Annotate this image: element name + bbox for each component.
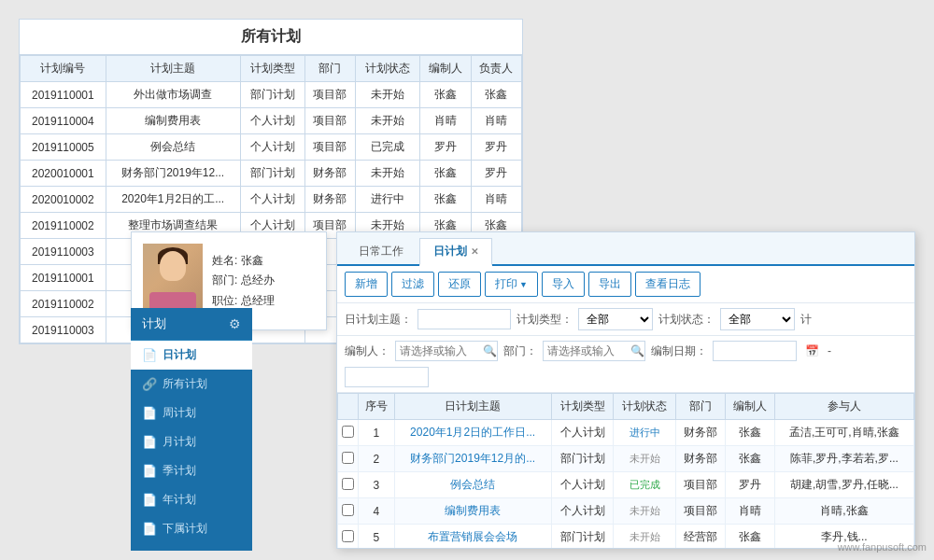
calendar-icon[interactable]: 📅 (802, 344, 822, 357)
sidebar-item-日计划[interactable]: 📄日计划 (131, 341, 252, 370)
sidebar-item-月计划[interactable]: 📄月计划 (131, 427, 252, 456)
bg-panel-title: 所有计划 (20, 20, 522, 55)
table-row: 3例会总结个人计划已完成项目部罗丹胡建,胡雪,罗丹,任晓... (338, 472, 914, 498)
title-label: 职位: (212, 294, 237, 307)
sidebar-item-label: 日计划 (163, 347, 196, 363)
plan-subject-link[interactable]: 2020年1月2日的工作日... (410, 426, 535, 439)
editor-filter-label: 编制人： (345, 343, 389, 359)
bg-table-header: 编制人 (420, 56, 471, 82)
打印-button[interactable]: 打印 ▼ (485, 272, 538, 297)
main-table-header: 序号 (359, 394, 395, 420)
avatar (143, 244, 203, 318)
bg-table-header: 负责人 (471, 56, 521, 82)
plan-subject-link[interactable]: 编制费用表 (445, 504, 501, 517)
main-panel: 日常工作日计划✕ 新增过滤还原打印 ▼导入导出查看日志 日计划主题： 计划类型：… (336, 231, 915, 549)
dept-filter-label: 部门： (503, 343, 537, 359)
name-value: 张鑫 (241, 254, 263, 267)
plan-subject-link[interactable]: 例会总结 (450, 478, 495, 491)
main-table-header: 编制人 (726, 394, 775, 420)
sidebar-header: 计划 ⚙ (131, 308, 252, 341)
status-badge: 未开始 (626, 529, 664, 545)
bg-table-header: 计划状态 (356, 56, 420, 82)
type-filter-select[interactable]: 全部 个人计划 部门计划 (578, 308, 653, 330)
sidebar-item-季计划[interactable]: 📄季计划 (131, 456, 252, 485)
status-filter-select[interactable]: 全部 未开始 进行中 已完成 (720, 308, 795, 330)
bg-table-header: 计划类型 (240, 56, 304, 82)
查看日志-button[interactable]: 查看日志 (635, 272, 700, 297)
row-checkbox[interactable] (342, 452, 354, 464)
sidebar-item-label: 下属计划 (163, 521, 207, 537)
bg-table-header: 计划主题 (106, 56, 240, 82)
plan-subject-link[interactable]: 布置营销展会会场 (428, 530, 517, 543)
过滤-button[interactable]: 过滤 (391, 272, 434, 297)
sidebar-item-周计划[interactable]: 📄周计划 (131, 399, 252, 427)
dropdown-caret: ▼ (519, 280, 528, 289)
table-row: 12020年1月2日的工作日...个人计划进行中财务部张鑫孟洁,王可可,肖晴,张… (338, 420, 914, 446)
user-name-row: 姓名: 张鑫 (212, 251, 275, 272)
editor-search-icon[interactable]: 🔍 (480, 344, 500, 357)
sidebar-icon: 📄 (142, 464, 157, 478)
plan-subject-link[interactable]: 财务部门2019年12月的... (410, 452, 535, 465)
bg-table-header: 计划编号 (21, 56, 106, 82)
dept-filter-wrap: 🔍 (543, 341, 645, 361)
sidebar-item-label: 季计划 (163, 463, 196, 479)
status-badge: 未开始 (626, 503, 664, 519)
table-row: 20200100022020年1月2日的工...个人计划财务部进行中张鑫肖晴 (21, 187, 522, 213)
main-table-header: 部门 (676, 394, 726, 420)
sidebar-icon: 📄 (142, 522, 157, 536)
row-checkbox[interactable] (342, 426, 354, 438)
table-row: 2020010001财务部门2019年12...部门计划财务部未开始张鑫罗丹 (21, 161, 522, 187)
sidebar-title: 计划 (142, 315, 166, 332)
main-table-header: 参与人 (774, 394, 913, 420)
新增-button[interactable]: 新增 (345, 272, 388, 297)
tab-bar: 日常工作日计划✕ (337, 232, 914, 266)
toolbar: 新增过滤还原打印 ▼导入导出查看日志 (337, 266, 914, 303)
type-filter-label: 计划类型： (517, 312, 573, 328)
plan-status-label: 计 (800, 312, 812, 328)
subject-filter-input[interactable] (417, 309, 511, 329)
date-filter-input[interactable] (713, 341, 797, 361)
sidebar-icon: 📄 (142, 348, 157, 362)
tab-close-icon[interactable]: ✕ (471, 246, 478, 257)
name-label: 姓名: (212, 254, 237, 267)
sidebar-item-label: 周计划 (163, 405, 196, 421)
date-filter-input-end[interactable] (345, 367, 429, 387)
date-filter-label: 编制日期： (651, 343, 707, 359)
editor-filter-wrap: 🔍 (395, 341, 498, 361)
sidebar-icon: 📄 (142, 493, 157, 507)
table-row: 2019110005例会总结个人计划项目部已完成罗丹罗丹 (21, 134, 522, 161)
row-checkbox[interactable] (342, 478, 354, 490)
user-info: 姓名: 张鑫 部门: 总经办 职位: 总经理 (212, 251, 275, 312)
editor-filter-input[interactable] (396, 342, 480, 360)
dept-filter-input[interactable] (544, 342, 628, 360)
sidebar-item-label: 所有计划 (163, 376, 207, 392)
gear-icon[interactable]: ⚙ (229, 316, 241, 331)
导出-button[interactable]: 导出 (588, 272, 631, 297)
main-table-header (338, 394, 359, 420)
table-row: 2019110004编制费用表个人计划项目部未开始肖晴肖晴 (21, 108, 522, 134)
title-value: 总经理 (241, 294, 275, 307)
sidebar-item-label: 年计划 (163, 492, 196, 508)
导入-button[interactable]: 导入 (542, 272, 585, 297)
tab-日计划[interactable]: 日计划✕ (419, 238, 492, 266)
sidebar-icon: 📄 (142, 406, 157, 420)
row-checkbox[interactable] (342, 504, 354, 516)
table-row: 2019110001外出做市场调查部门计划项目部未开始张鑫张鑫 (21, 82, 522, 108)
sidebar-item-所有计划[interactable]: 🔗所有计划 (131, 370, 252, 399)
filter-row-1: 日计划主题： 计划类型： 全部 个人计划 部门计划 计划状态： 全部 未开始 进… (337, 303, 914, 336)
row-checkbox[interactable] (342, 530, 354, 542)
watermark: www.fanpusoft.com (838, 541, 927, 553)
table-row: 5布置营销展会会场部门计划未开始经营部张鑫李丹,钱... (338, 525, 914, 549)
status-badge: 未开始 (626, 451, 664, 467)
sidebar-item-下属计划[interactable]: 📄下属计划 (131, 514, 252, 543)
table-row: 2财务部门2019年12月的...部门计划未开始财务部张鑫陈菲,罗丹,李若若,罗… (338, 446, 914, 472)
status-filter-label: 计划状态： (658, 312, 715, 328)
main-table-header: 日计划主题 (394, 394, 551, 420)
status-badge: 进行中 (626, 425, 664, 441)
tab-日常工作[interactable]: 日常工作 (345, 238, 417, 266)
main-data-table: 序号日计划主题计划类型计划状态部门编制人参与人 12020年1月2日的工作日..… (337, 393, 914, 548)
dept-search-icon[interactable]: 🔍 (628, 344, 647, 357)
sidebar-icon: 📄 (142, 435, 157, 449)
sidebar-item-年计划[interactable]: 📄年计划 (131, 485, 252, 514)
还原-button[interactable]: 还原 (438, 272, 481, 297)
